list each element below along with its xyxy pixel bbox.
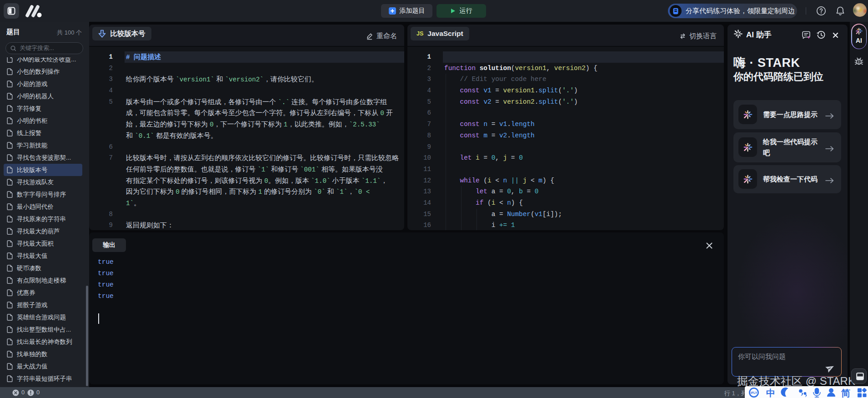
- svg-text:简: 简: [841, 388, 850, 398]
- svg-text:中: 中: [766, 388, 775, 398]
- svg-text:iFLY: iFLY: [751, 391, 758, 394]
